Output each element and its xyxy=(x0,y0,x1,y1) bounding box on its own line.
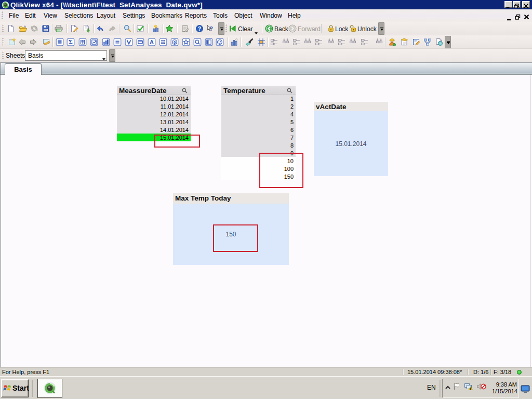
svg-text:A: A xyxy=(150,39,154,45)
svg-text:?: ? xyxy=(198,25,201,32)
svg-text:?: ? xyxy=(209,25,213,32)
svg-text:Σ: Σ xyxy=(69,38,73,46)
svg-text:6: 6 xyxy=(174,40,176,45)
